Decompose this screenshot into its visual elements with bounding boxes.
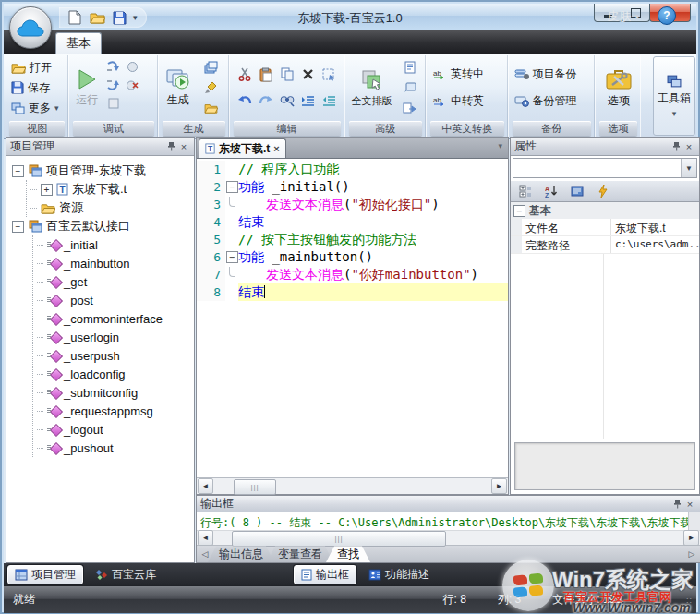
skin-menu[interactable]: 皮肤 ▾ [607, 8, 639, 25]
tree-node-method[interactable]: _mainbutton [37, 254, 192, 272]
tab-variable-view[interactable]: 变量查看 [267, 546, 333, 562]
pin-icon[interactable] [670, 140, 682, 153]
tab-nav-right-icon[interactable]: ▷ [685, 546, 698, 562]
close-panel-icon[interactable]: × [177, 140, 190, 153]
cn-to-en-button[interactable]: ab 中转英 [430, 91, 505, 110]
dock-tab-project[interactable]: 项目管理 [7, 565, 83, 584]
open-project-folder-icon[interactable] [201, 99, 220, 117]
tree-node-file[interactable]: + T 东坡下载.t [30, 180, 192, 199]
code-area[interactable]: 1// 程序入口功能 2−功能 _initial() 3发送文本消息("初始化接… [197, 158, 508, 477]
help-button[interactable]: ? [658, 6, 676, 25]
dock-tab-output[interactable]: 输出框 [294, 565, 356, 584]
tree-node-root-project[interactable]: − 项目管理-东坡下载 [12, 162, 192, 180]
build-button[interactable]: 生成 [163, 57, 194, 118]
cut-button[interactable] [235, 66, 254, 84]
scrollbar-thumb[interactable]: ||| [232, 531, 446, 547]
scroll-left-icon[interactable]: ◄ [198, 478, 213, 494]
tree-node-resource[interactable]: 资源 [30, 199, 192, 217]
copy-button[interactable] [278, 66, 296, 84]
open-button[interactable]: 打开 [9, 58, 66, 77]
scroll-left-icon[interactable]: ◄ [198, 530, 213, 546]
categorized-view-icon[interactable] [516, 182, 535, 200]
close-panel-icon[interactable]: × [682, 140, 695, 153]
pages-stack-icon[interactable] [201, 58, 220, 77]
collapse-icon[interactable]: − [12, 165, 24, 177]
output-horizontal-scrollbar[interactable]: ◄ ||| ► [197, 531, 700, 546]
tree-node-method[interactable]: _post [37, 291, 192, 309]
backup-manage-button[interactable]: 备份管理 [513, 91, 592, 110]
svg-text:Z: Z [545, 192, 549, 198]
scroll-right-icon[interactable]: ► [683, 530, 699, 546]
tree-node-method[interactable]: _commoninterface [37, 309, 192, 328]
indent-button[interactable] [299, 91, 318, 110]
pin-icon[interactable] [670, 498, 683, 511]
editor-tab[interactable]: T 东坡下载.t × [199, 138, 286, 158]
scrollbar-thumb[interactable]: ||| [234, 479, 276, 495]
close-tab-icon[interactable]: × [273, 143, 279, 154]
en-to-cn-button[interactable]: ab 英转中 [430, 66, 505, 84]
select-all-button[interactable] [320, 66, 339, 84]
tree-node-method[interactable]: _get [37, 272, 192, 291]
property-row[interactable]: 文件名 东坡下载.t [511, 219, 699, 236]
dock-tab-cloud-lib[interactable]: 百宝云库 [89, 566, 163, 584]
tab-find[interactable]: 查找 [326, 546, 370, 562]
tree-node-method[interactable]: _submitconfig [37, 383, 192, 402]
tab-basic[interactable]: 基本 [55, 32, 102, 54]
collapse-icon[interactable]: − [513, 205, 525, 217]
output-vertical-scrollbar[interactable] [688, 512, 700, 530]
property-row[interactable]: 完整路径 c:\users\adm... [511, 236, 699, 254]
resize-grip[interactable]: :: [686, 596, 693, 605]
options-button[interactable]: 选项 [602, 57, 635, 118]
property-category-row[interactable]: − 基本 [511, 202, 699, 219]
project-backup-button[interactable]: 项目备份 [513, 66, 592, 84]
undo-button[interactable] [235, 91, 254, 110]
delete-button[interactable] [299, 66, 318, 84]
property-grid: − 基本 文件名 东坡下载.t 完整路径 c:\users\adm... [511, 202, 699, 494]
more-button[interactable]: 更多 ▾ [9, 99, 66, 117]
tab-list-dropdown-icon[interactable]: ▾ [498, 141, 502, 150]
document-lines-icon[interactable] [401, 58, 419, 77]
property-pages-icon[interactable] [568, 182, 586, 200]
alphabetical-sort-icon[interactable]: AZ [542, 182, 561, 200]
combo-arrow-icon[interactable]: ▼ [681, 159, 696, 177]
tree-node-method[interactable]: _initial [37, 235, 192, 254]
stop-button[interactable] [104, 94, 123, 113]
run-button[interactable]: 运行 [73, 57, 101, 118]
app-menu-button[interactable] [9, 6, 52, 49]
scroll-right-icon[interactable]: ► [491, 478, 507, 494]
tree-node-method[interactable]: _userpush [37, 346, 192, 365]
fold-collapse-icon[interactable]: − [226, 251, 238, 263]
format-brush-icon[interactable] [201, 78, 220, 97]
toolbox-button[interactable]: 工具箱 ▾ [653, 56, 695, 136]
object-selector-combo[interactable]: ▼ [513, 158, 697, 178]
fulltext-format-button[interactable]: 全文排版 [349, 57, 395, 118]
tree-node-method[interactable]: _requestappmsg [37, 402, 192, 420]
svg-text:T: T [60, 185, 66, 195]
pin-icon[interactable] [164, 140, 177, 153]
close-panel-icon[interactable]: × [683, 498, 696, 511]
tab-output-info[interactable]: 输出信息 [208, 546, 274, 562]
comment-arrow-icon[interactable] [401, 78, 419, 97]
step-over-button[interactable] [104, 76, 123, 94]
export-pages-icon[interactable] [401, 99, 419, 117]
clear-breakpoints-button[interactable] [123, 76, 141, 94]
outdent-button[interactable] [320, 91, 339, 110]
paste-button[interactable] [257, 66, 275, 84]
open-folder-icon [11, 62, 26, 74]
editor-horizontal-scrollbar[interactable]: ◄ ||| ► [197, 477, 508, 494]
dock-tab-func-desc[interactable]: 功能描述 [362, 566, 436, 584]
tree-node-method[interactable]: _userlogin [37, 328, 192, 346]
step-into-button[interactable] [104, 57, 123, 76]
redo-button[interactable] [257, 91, 275, 110]
fold-collapse-icon[interactable]: − [226, 181, 238, 193]
collapse-icon[interactable]: − [12, 221, 24, 233]
save-button[interactable]: 保存 [9, 78, 66, 97]
breakpoint-button[interactable] [123, 57, 141, 76]
expand-icon[interactable]: + [41, 184, 53, 196]
tree-node-method[interactable]: _logout [37, 420, 192, 439]
events-lightning-icon[interactable] [594, 182, 612, 200]
find-button[interactable] [278, 91, 296, 110]
tree-node-method[interactable]: _loadconfig [37, 365, 192, 383]
tree-node-method[interactable]: _pushout [37, 439, 192, 457]
tree-node-root-api[interactable]: − 百宝云默认接口 [12, 217, 192, 235]
